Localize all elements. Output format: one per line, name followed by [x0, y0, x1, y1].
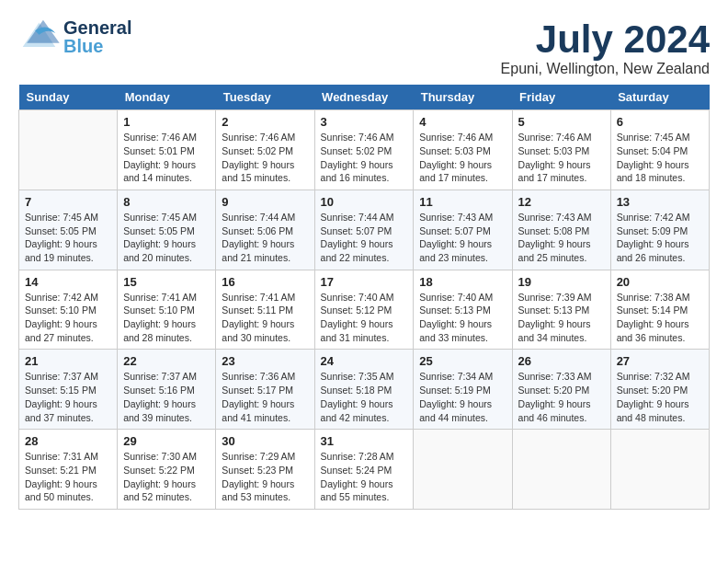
table-row: 2Sunrise: 7:46 AM Sunset: 5:02 PM Daylig… [216, 110, 314, 190]
day-number: 8 [123, 195, 210, 209]
header-sunday: Sunday [19, 85, 118, 110]
day-number: 11 [419, 195, 506, 209]
month-year-title: July 2024 [501, 18, 710, 61]
table-row: 31Sunrise: 7:28 AM Sunset: 5:24 PM Dayli… [314, 430, 414, 510]
table-row: 1Sunrise: 7:46 AM Sunset: 5:01 PM Daylig… [118, 110, 216, 190]
table-row: 23Sunrise: 7:36 AM Sunset: 5:17 PM Dayli… [216, 350, 314, 430]
day-number: 10 [321, 195, 408, 209]
day-number: 4 [419, 115, 506, 129]
header-thursday: Thursday [414, 85, 512, 110]
day-info: Sunrise: 7:46 AM Sunset: 5:03 PM Dayligh… [419, 131, 506, 185]
day-number: 9 [222, 195, 308, 209]
table-row: 25Sunrise: 7:34 AM Sunset: 5:19 PM Dayli… [414, 350, 512, 430]
table-row: 21Sunrise: 7:37 AM Sunset: 5:15 PM Dayli… [19, 350, 118, 430]
table-row: 24Sunrise: 7:35 AM Sunset: 5:18 PM Dayli… [314, 350, 414, 430]
logo-text: General Blue [63, 18, 131, 55]
table-row: 26Sunrise: 7:33 AM Sunset: 5:20 PM Dayli… [512, 350, 610, 430]
day-number: 13 [617, 195, 703, 209]
day-info: Sunrise: 7:43 AM Sunset: 5:08 PM Dayligh… [518, 211, 605, 265]
day-info: Sunrise: 7:37 AM Sunset: 5:15 PM Dayligh… [25, 370, 111, 424]
weekday-header-row: Sunday Monday Tuesday Wednesday Thursday… [19, 85, 710, 110]
day-number: 14 [25, 275, 111, 289]
table-row: 16Sunrise: 7:41 AM Sunset: 5:11 PM Dayli… [216, 270, 314, 350]
day-number: 19 [518, 275, 605, 289]
day-number: 1 [123, 115, 210, 129]
table-row [19, 110, 118, 190]
day-info: Sunrise: 7:45 AM Sunset: 5:05 PM Dayligh… [25, 211, 111, 265]
week-row-3: 14Sunrise: 7:42 AM Sunset: 5:10 PM Dayli… [19, 270, 710, 350]
day-info: Sunrise: 7:45 AM Sunset: 5:05 PM Dayligh… [123, 211, 210, 265]
table-row: 8Sunrise: 7:45 AM Sunset: 5:05 PM Daylig… [118, 190, 216, 270]
table-row: 11Sunrise: 7:43 AM Sunset: 5:07 PM Dayli… [414, 190, 512, 270]
day-info: Sunrise: 7:40 AM Sunset: 5:13 PM Dayligh… [419, 291, 506, 345]
logo-blue-text: Blue [63, 37, 131, 55]
day-info: Sunrise: 7:41 AM Sunset: 5:11 PM Dayligh… [222, 291, 308, 345]
day-number: 21 [25, 354, 111, 368]
day-info: Sunrise: 7:44 AM Sunset: 5:07 PM Dayligh… [321, 211, 408, 265]
logo: General Blue [18, 18, 131, 55]
location-subtitle: Epuni, Wellington, New Zealand [501, 61, 710, 77]
table-row: 30Sunrise: 7:29 AM Sunset: 5:23 PM Dayli… [216, 430, 314, 510]
table-row [610, 430, 709, 510]
table-row: 9Sunrise: 7:44 AM Sunset: 5:06 PM Daylig… [216, 190, 314, 270]
table-row: 19Sunrise: 7:39 AM Sunset: 5:13 PM Dayli… [512, 270, 610, 350]
day-number: 2 [222, 115, 308, 129]
day-info: Sunrise: 7:46 AM Sunset: 5:02 PM Dayligh… [222, 131, 308, 185]
week-row-4: 21Sunrise: 7:37 AM Sunset: 5:15 PM Dayli… [19, 350, 710, 430]
day-number: 6 [617, 115, 703, 129]
day-info: Sunrise: 7:31 AM Sunset: 5:21 PM Dayligh… [25, 450, 111, 504]
day-number: 17 [321, 275, 408, 289]
table-row: 27Sunrise: 7:32 AM Sunset: 5:20 PM Dayli… [610, 350, 709, 430]
day-number: 23 [222, 354, 308, 368]
day-number: 20 [617, 275, 703, 289]
day-number: 25 [419, 354, 506, 368]
table-row: 18Sunrise: 7:40 AM Sunset: 5:13 PM Dayli… [414, 270, 512, 350]
day-number: 15 [123, 275, 210, 289]
table-row: 14Sunrise: 7:42 AM Sunset: 5:10 PM Dayli… [19, 270, 118, 350]
day-info: Sunrise: 7:40 AM Sunset: 5:12 PM Dayligh… [321, 291, 408, 345]
day-info: Sunrise: 7:43 AM Sunset: 5:07 PM Dayligh… [419, 211, 506, 265]
day-info: Sunrise: 7:34 AM Sunset: 5:19 PM Dayligh… [419, 370, 506, 424]
day-info: Sunrise: 7:35 AM Sunset: 5:18 PM Dayligh… [321, 370, 408, 424]
header-saturday: Saturday [610, 85, 709, 110]
table-row [512, 430, 610, 510]
day-info: Sunrise: 7:45 AM Sunset: 5:04 PM Dayligh… [617, 131, 703, 185]
day-number: 28 [25, 434, 111, 448]
table-row: 12Sunrise: 7:43 AM Sunset: 5:08 PM Dayli… [512, 190, 610, 270]
table-row: 10Sunrise: 7:44 AM Sunset: 5:07 PM Dayli… [314, 190, 414, 270]
table-row: 22Sunrise: 7:37 AM Sunset: 5:16 PM Dayli… [118, 350, 216, 430]
day-info: Sunrise: 7:41 AM Sunset: 5:10 PM Dayligh… [123, 291, 210, 345]
day-info: Sunrise: 7:46 AM Sunset: 5:03 PM Dayligh… [518, 131, 605, 185]
day-number: 31 [321, 434, 408, 448]
day-info: Sunrise: 7:37 AM Sunset: 5:16 PM Dayligh… [123, 370, 210, 424]
table-row: 7Sunrise: 7:45 AM Sunset: 5:05 PM Daylig… [19, 190, 118, 270]
week-row-2: 7Sunrise: 7:45 AM Sunset: 5:05 PM Daylig… [19, 190, 710, 270]
day-info: Sunrise: 7:42 AM Sunset: 5:09 PM Dayligh… [617, 211, 703, 265]
day-number: 26 [518, 354, 605, 368]
day-info: Sunrise: 7:44 AM Sunset: 5:06 PM Dayligh… [222, 211, 308, 265]
day-number: 16 [222, 275, 308, 289]
day-number: 24 [321, 354, 408, 368]
title-section: July 2024 Epuni, Wellington, New Zealand [501, 18, 710, 77]
day-number: 27 [617, 354, 703, 368]
week-row-5: 28Sunrise: 7:31 AM Sunset: 5:21 PM Dayli… [19, 430, 710, 510]
day-number: 18 [419, 275, 506, 289]
table-row: 29Sunrise: 7:30 AM Sunset: 5:22 PM Dayli… [118, 430, 216, 510]
day-number: 22 [123, 354, 210, 368]
day-info: Sunrise: 7:36 AM Sunset: 5:17 PM Dayligh… [222, 370, 308, 424]
logo-general-text: General [63, 18, 131, 37]
week-row-1: 1Sunrise: 7:46 AM Sunset: 5:01 PM Daylig… [19, 110, 710, 190]
day-info: Sunrise: 7:46 AM Sunset: 5:02 PM Dayligh… [321, 131, 408, 185]
table-row: 20Sunrise: 7:38 AM Sunset: 5:14 PM Dayli… [610, 270, 709, 350]
table-row: 5Sunrise: 7:46 AM Sunset: 5:03 PM Daylig… [512, 110, 610, 190]
day-number: 5 [518, 115, 605, 129]
table-row: 17Sunrise: 7:40 AM Sunset: 5:12 PM Dayli… [314, 270, 414, 350]
day-info: Sunrise: 7:29 AM Sunset: 5:23 PM Dayligh… [222, 450, 308, 504]
table-row: 13Sunrise: 7:42 AM Sunset: 5:09 PM Dayli… [610, 190, 709, 270]
day-number: 30 [222, 434, 308, 448]
header-tuesday: Tuesday [216, 85, 314, 110]
day-info: Sunrise: 7:46 AM Sunset: 5:01 PM Dayligh… [123, 131, 210, 185]
calendar-table: Sunday Monday Tuesday Wednesday Thursday… [18, 85, 710, 510]
day-number: 12 [518, 195, 605, 209]
day-number: 7 [25, 195, 111, 209]
